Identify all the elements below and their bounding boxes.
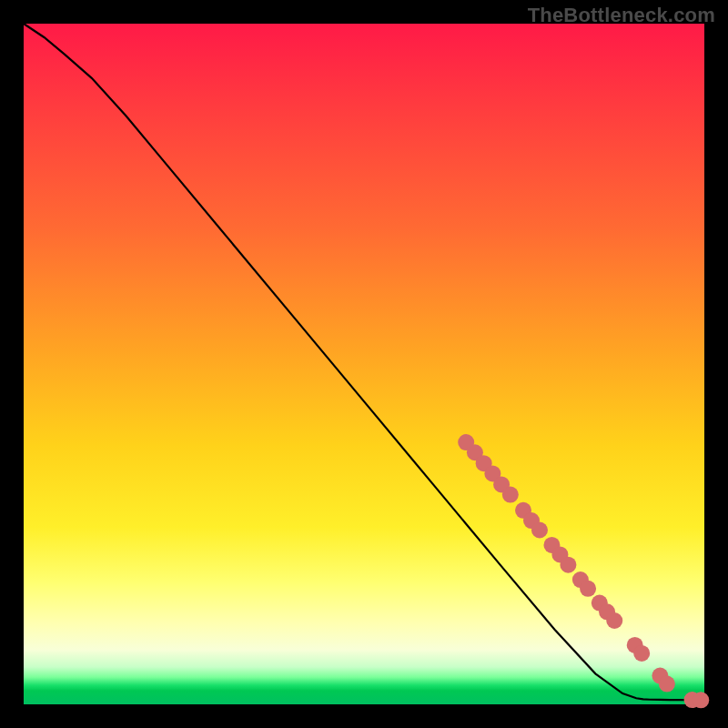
chart-marker — [560, 557, 576, 573]
chart-svg — [24, 24, 704, 704]
chart-marker — [659, 676, 675, 693]
watermark-text: TheBottleneck.com — [528, 4, 715, 27]
chart-frame: TheBottleneck.com — [0, 0, 728, 728]
chart-plot-area — [24, 24, 704, 704]
chart-marker — [633, 645, 650, 662]
chart-marker — [531, 522, 548, 539]
chart-marker — [606, 612, 622, 629]
chart-marker — [580, 581, 596, 597]
chart-markers — [458, 434, 709, 708]
chart-marker — [693, 692, 709, 708]
chart-marker — [502, 487, 519, 503]
